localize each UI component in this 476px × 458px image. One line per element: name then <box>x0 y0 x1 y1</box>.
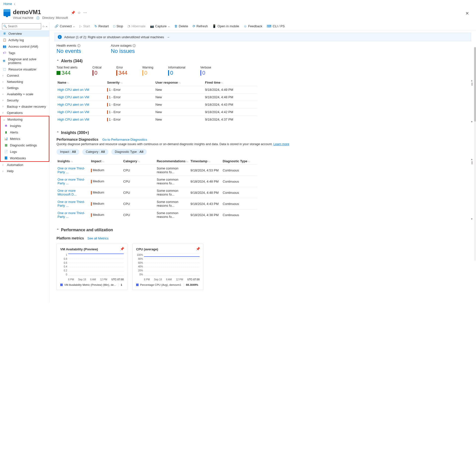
pin-icon[interactable]: 📌 <box>196 247 200 251</box>
stat-value[interactable]: 344 <box>57 70 78 76</box>
alert-name-link[interactable]: High CPU alert on VM <box>58 118 89 121</box>
col-impact[interactable]: Impact↑↓ <box>90 158 122 165</box>
table-row[interactable]: One or more Third-Party ... Medium CPU S… <box>57 209 257 221</box>
sidebar-item-help[interactable]: ›Help <box>0 168 49 174</box>
see-all-metrics-link[interactable]: See all Metrics <box>87 236 108 240</box>
col-insights[interactable]: Insights↑↓ <box>57 158 90 165</box>
stat-value[interactable]: 0 <box>142 70 153 76</box>
sidebar-item-diagnostic-settings[interactable]: ▦Diagnostic settings <box>0 142 49 148</box>
hibernate-button[interactable]: ◔Hibernate <box>127 24 145 28</box>
sidebar-item-iam[interactable]: 👥Access control (IAM) <box>0 43 49 50</box>
sidebar-item-activity-log[interactable]: 📋Activity log <box>0 37 49 43</box>
insights-scrollbar[interactable]: ▲▼ <box>471 158 474 220</box>
sidebar-item-workbooks[interactable]: 📘Workbooks <box>0 155 49 161</box>
sidebar-item-availability[interactable]: ›Availability + scale <box>0 91 49 97</box>
delete-button[interactable]: 🗑Delete <box>174 24 188 28</box>
cli-button[interactable]: ⌨CLI / PS <box>267 24 285 28</box>
sidebar-item-tags[interactable]: 🏷Tags <box>0 50 49 56</box>
col-severity[interactable]: Severity↑↓ <box>106 79 154 86</box>
advisor-banner[interactable]: i Advisor (1 of 2): Right-size or shutdo… <box>55 33 471 41</box>
capture-button[interactable]: 📷Capture⌄ <box>150 24 170 28</box>
sidebar-item-settings[interactable]: ›Settings <box>0 85 49 91</box>
alerts-scrollbar[interactable]: ▲▼ <box>471 79 474 123</box>
more-icon[interactable]: ⋯ <box>83 11 87 15</box>
goto-perf-diag-link[interactable]: Go to Performance Diagnostics <box>102 138 147 141</box>
table-row[interactable]: One or more Third-Party ... Medium CPU S… <box>57 198 257 209</box>
stat-value[interactable]: 344 <box>116 70 127 76</box>
sidebar-item-metrics[interactable]: 📊Metrics <box>0 135 49 142</box>
insight-name-link[interactable]: One or more Third-Party ... <box>58 178 85 185</box>
table-row[interactable]: One or more Third-Party ... Medium CPU S… <box>57 165 257 176</box>
refresh-icon: ⟳ <box>193 24 195 28</box>
col-fired-time[interactable]: Fired time↑↓ <box>204 79 257 86</box>
col-diagnostic-type[interactable]: Diagnostic Type↑↓ <box>222 158 257 165</box>
info-icon[interactable]: i <box>77 44 80 47</box>
insight-name-link[interactable]: One or more Third-Party ... <box>58 166 85 174</box>
sidebar-item-networking[interactable]: ›Networking <box>0 79 49 85</box>
health-events-value[interactable]: No events <box>57 48 81 54</box>
connect-button[interactable]: 🔗Connect⌄ <box>55 24 75 28</box>
breadcrumb-home[interactable]: Home <box>3 2 12 6</box>
open-mobile-button[interactable]: 📱Open in mobile <box>212 24 239 28</box>
sidebar-item-operations[interactable]: ›Operations <box>0 110 49 116</box>
star-icon[interactable]: ☆ <box>78 11 81 15</box>
alert-name-link[interactable]: High CPU alert on VM <box>58 103 89 106</box>
alert-name-link[interactable]: High CPU alert on VM <box>58 95 89 99</box>
collapse-icon[interactable]: « <box>46 25 47 28</box>
insight-name-link[interactable]: One or more Microsoft D... <box>58 189 77 196</box>
table-row[interactable]: High CPU alert on VM 1 - Error New 9/18/… <box>57 101 257 108</box>
filter-pill[interactable]: Diagnostic Type : All <box>111 149 147 155</box>
chart-cpu[interactable]: CPU (average) 📌 100%80%60%40%20%0% 6 PMS… <box>132 244 203 290</box>
table-row[interactable]: High CPU alert on VM 1 - Error New 9/18/… <box>57 86 257 94</box>
sidebar-item-automation[interactable]: ›Automation <box>0 162 49 168</box>
close-button[interactable]: ✕ <box>462 9 473 18</box>
chart-vm-availability[interactable]: VM Availability (Preview) 📌 10.80.60.40.… <box>57 244 127 290</box>
filter-pill[interactable]: Impact : All <box>57 149 79 155</box>
learn-more-link[interactable]: Learn more <box>273 142 289 146</box>
pin-icon[interactable]: 📌 <box>71 11 75 15</box>
col-category[interactable]: Category↑↓ <box>122 158 156 165</box>
sidebar-item-resource-visualizer[interactable]: ⬚Resource visualizer <box>0 66 49 72</box>
search-input[interactable]: 🔍 <box>2 23 41 29</box>
table-row[interactable]: High CPU alert on VM 1 - Error New 9/18/… <box>57 116 257 123</box>
sidebar-item-logs[interactable]: 📄Logs <box>0 148 49 155</box>
stat-value[interactable]: 0 <box>200 70 211 76</box>
col-timestamp[interactable]: Timestamp↑↓ <box>189 158 222 165</box>
sidebar-item-overview[interactable]: 🖥Overview <box>0 30 49 37</box>
col-recommendations[interactable]: Recommendations↑↓ <box>156 158 189 165</box>
insight-name-link[interactable]: One or more Third-Party ... <box>58 200 85 207</box>
sidebar-item-backup[interactable]: ›Backup + disaster recovery <box>0 103 49 110</box>
table-row[interactable]: One or more Microsoft D... Medium CPU So… <box>57 187 257 198</box>
search-field[interactable] <box>8 25 40 28</box>
stat-value[interactable]: 0 <box>92 70 102 76</box>
feedback-button[interactable]: ☺Feedback <box>244 24 262 28</box>
table-row[interactable]: High CPU alert on VM 1 - Error New 9/18/… <box>57 94 257 101</box>
insight-name-link[interactable]: One or more Third-Party ... <box>58 211 85 219</box>
sidebar-item-connect[interactable]: ›Connect <box>0 72 49 79</box>
azure-outages-value[interactable]: No issues <box>111 48 136 54</box>
pin-icon[interactable]: 📌 <box>120 247 124 251</box>
stat-value[interactable]: 0 <box>168 70 185 76</box>
alerts-heading[interactable]: ⌃Alerts (344) <box>57 59 469 63</box>
info-icon[interactable]: i <box>133 44 136 47</box>
start-button[interactable]: ▷Start <box>79 24 90 28</box>
stop-button[interactable]: □Stop <box>113 24 123 28</box>
insights-heading[interactable]: ⌃Insights (300+) <box>57 131 469 135</box>
table-row[interactable]: One or more Third-Party ... Medium CPU S… <box>57 176 257 187</box>
sidebar-item-monitoring[interactable]: ⌄Monitoring <box>0 116 49 123</box>
refresh-button[interactable]: ⟳Refresh <box>193 24 208 28</box>
sidebar-item-security[interactable]: ›Security <box>0 97 49 103</box>
col-name[interactable]: Name↑↓ <box>57 79 106 86</box>
sidebar-item-insights[interactable]: ❖Insights <box>0 123 49 129</box>
perf-util-heading[interactable]: ⌃Performance and utilization <box>57 228 469 232</box>
diamond-icon[interactable]: ◇ <box>43 25 44 28</box>
sidebar-item-diagnose[interactable]: 🛠Diagnose and solve problems <box>0 56 49 66</box>
col-user-response[interactable]: User response↑↓ <box>154 79 204 86</box>
alert-name-link[interactable]: High CPU alert on VM <box>58 110 89 114</box>
main-scrollbar[interactable] <box>474 47 476 261</box>
filter-pill[interactable]: Category : All <box>82 149 108 155</box>
alert-name-link[interactable]: High CPU alert on VM <box>58 88 89 92</box>
restart-button[interactable]: ↻Restart <box>94 24 109 28</box>
table-row[interactable]: High CPU alert on VM 1 - Error New 9/18/… <box>57 108 257 116</box>
sidebar-item-alerts[interactable]: ▮Alerts <box>0 129 49 135</box>
